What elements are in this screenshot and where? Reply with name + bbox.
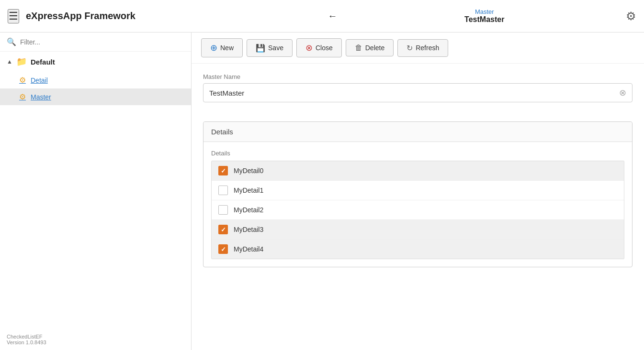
checklist-item-label-1: MyDetail1 xyxy=(234,186,263,194)
breadcrumb-parent: Master xyxy=(475,8,494,15)
checklist-item[interactable]: MyDetail2 xyxy=(212,200,624,220)
content-area: ⊕ New 💾 Save ⊗ Close 🗑 Delete ↻ Refresh … xyxy=(192,33,644,350)
sidebar-footer-line1: CheckedListEF xyxy=(7,334,184,339)
master-name-input[interactable] xyxy=(209,89,619,97)
delete-icon: 🗑 xyxy=(355,44,362,52)
toolbar: ⊕ New 💾 Save ⊗ Close 🗑 Delete ↻ Refresh xyxy=(192,33,644,64)
close-button[interactable]: ⊗ Close xyxy=(296,38,342,57)
details-section: Details Details MyDetail0MyDetail1MyDeta… xyxy=(203,121,633,267)
save-button[interactable]: 💾 Save xyxy=(247,39,293,57)
clear-icon[interactable]: ⊗ xyxy=(619,88,626,98)
sidebar-footer-line2: Version 1.0.8493 xyxy=(7,339,184,345)
checklist-item-label-4: MyDetail4 xyxy=(234,245,263,253)
sidebar-item-label-detail: Detail xyxy=(31,77,48,84)
settings-icon[interactable]: ⚙ xyxy=(626,10,636,23)
menu-button[interactable]: ☰ xyxy=(8,9,19,23)
app-title: eXpressApp Framework xyxy=(26,11,326,22)
checklist-item[interactable]: MyDetail0 xyxy=(212,161,624,181)
delete-button[interactable]: 🗑 Delete xyxy=(346,39,394,56)
collapse-icon: ▲ xyxy=(7,58,12,65)
main-layout: 🔍 ▲ 📁 Default ⚙ Detail ⚙ Master CheckedL… xyxy=(0,33,644,350)
checkbox-2[interactable] xyxy=(218,205,228,215)
filter-icon: 🔍 xyxy=(7,37,16,46)
sidebar-item-master[interactable]: ⚙ Master xyxy=(0,88,191,105)
sidebar-filter-area: 🔍 xyxy=(0,33,191,52)
back-button[interactable]: ← xyxy=(326,9,339,23)
checklist: MyDetail0MyDetail1MyDetail2MyDetail3MyDe… xyxy=(211,161,624,259)
new-icon: ⊕ xyxy=(210,43,217,53)
close-icon: ⊗ xyxy=(305,43,313,53)
sidebar-item-icon-master: ⚙ xyxy=(19,92,26,101)
filter-input[interactable] xyxy=(20,38,184,46)
delete-label: Delete xyxy=(365,44,384,52)
sidebar-footer: CheckedListEF Version 1.0.8493 xyxy=(0,329,191,350)
save-icon: 💾 xyxy=(256,44,265,53)
sidebar-item-icon-detail: ⚙ xyxy=(19,76,26,85)
header: ☰ eXpressApp Framework ← Master TestMast… xyxy=(0,0,644,33)
checkbox-4[interactable] xyxy=(218,244,228,254)
details-inner: Details MyDetail0MyDetail1MyDetail2MyDet… xyxy=(203,142,632,267)
details-label: Details xyxy=(211,150,624,157)
refresh-button[interactable]: ↻ Refresh xyxy=(397,39,448,57)
new-button[interactable]: ⊕ New xyxy=(201,38,243,57)
master-name-field: ⊗ xyxy=(203,83,633,102)
form-area: Master Name ⊗ xyxy=(192,64,644,121)
folder-icon: 📁 xyxy=(16,56,27,67)
breadcrumb-current: TestMaster xyxy=(464,15,504,24)
breadcrumb: Master TestMaster xyxy=(343,8,626,24)
master-name-label: Master Name xyxy=(203,73,633,80)
sidebar-group-label: Default xyxy=(31,58,55,66)
sidebar-item-detail[interactable]: ⚙ Detail xyxy=(0,72,191,88)
checkbox-1[interactable] xyxy=(218,186,228,195)
sidebar: 🔍 ▲ 📁 Default ⚙ Detail ⚙ Master CheckedL… xyxy=(0,33,192,350)
new-label: New xyxy=(220,44,234,52)
checklist-item-label-3: MyDetail3 xyxy=(234,226,263,233)
checklist-item[interactable]: MyDetail4 xyxy=(212,240,624,259)
save-label: Save xyxy=(268,44,283,52)
refresh-label: Refresh xyxy=(416,44,439,52)
sidebar-group-header[interactable]: ▲ 📁 Default xyxy=(0,52,191,72)
checklist-item[interactable]: MyDetail3 xyxy=(212,220,624,240)
checkbox-0[interactable] xyxy=(218,166,228,175)
sidebar-item-label-master: Master xyxy=(31,93,51,101)
details-section-header: Details xyxy=(203,122,632,142)
checklist-item-label-2: MyDetail2 xyxy=(234,206,263,214)
checklist-item-label-0: MyDetail0 xyxy=(234,167,263,175)
refresh-icon: ↻ xyxy=(407,44,413,53)
close-label: Close xyxy=(316,44,333,52)
checkbox-3[interactable] xyxy=(218,225,228,234)
sidebar-group: ▲ 📁 Default ⚙ Detail ⚙ Master xyxy=(0,52,191,105)
checklist-item[interactable]: MyDetail1 xyxy=(212,181,624,200)
